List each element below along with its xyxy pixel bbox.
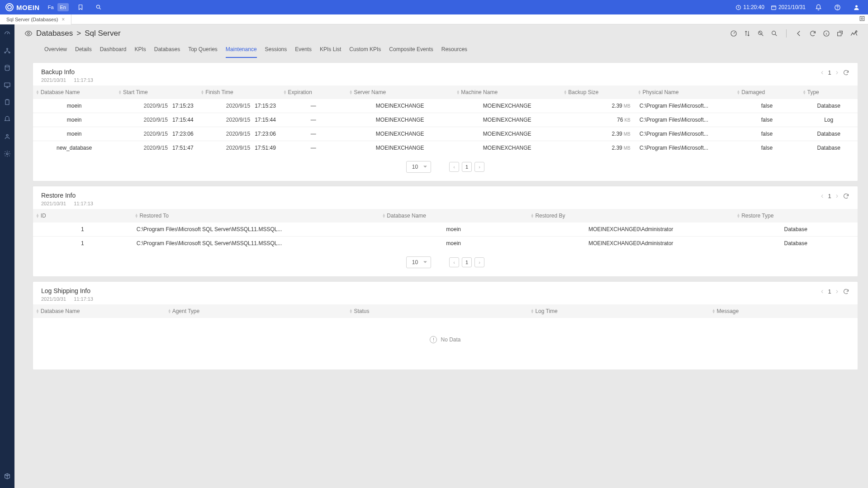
col-header[interactable]: ▲▼ Restored By	[528, 209, 734, 223]
back-icon[interactable]	[795, 29, 803, 38]
sidebar-dashboard-icon[interactable]	[0, 28, 14, 39]
filter-off-icon[interactable]	[757, 30, 764, 37]
tab-overview[interactable]: Overview	[44, 43, 67, 58]
pager-page-1[interactable]: 1	[462, 257, 472, 267]
col-header[interactable]: ▲▼ Start Time	[115, 85, 198, 99]
table-row[interactable]: moein 2020/9/1517:23:06 2020/9/1517:23:0…	[33, 127, 858, 141]
refresh-icon[interactable]	[843, 69, 849, 76]
panel-backup-info: Backup Info 2021/10/31 11:17:13 ‹ 1 › ▲▼…	[33, 62, 858, 181]
help-icon[interactable]	[831, 1, 844, 14]
gauge-icon[interactable]	[730, 30, 737, 37]
panel-next-icon[interactable]: ›	[836, 287, 838, 295]
svg-rect-2	[772, 5, 776, 9]
tab-resources[interactable]: Resources	[441, 43, 467, 58]
panel-prev-icon[interactable]: ‹	[821, 287, 823, 295]
tab-events[interactable]: Events	[295, 43, 312, 58]
col-header[interactable]: ▲▼ Agent Type	[165, 304, 346, 318]
col-header[interactable]: ▲▼ Finish Time	[198, 85, 280, 99]
fullscreen-icon[interactable]	[859, 15, 865, 22]
page-size-select[interactable]: 10	[406, 256, 431, 268]
panel-prev-icon[interactable]: ‹	[821, 68, 823, 76]
backup-panel-page: 1	[828, 69, 831, 76]
brand-logo[interactable]: MOEIN	[5, 3, 40, 11]
sidebar-topology-icon[interactable]	[0, 45, 14, 56]
bell-icon[interactable]	[812, 1, 825, 14]
tab-databases[interactable]: Databases	[154, 43, 180, 58]
table-row[interactable]: moein 2020/9/1517:15:23 2020/9/1517:15:2…	[33, 99, 858, 113]
restore-time: 11:17:13	[74, 201, 93, 206]
col-header[interactable]: ▲▼ Database Name	[379, 209, 528, 223]
col-header[interactable]: ▲▼ ID	[33, 209, 132, 223]
info-icon[interactable]	[823, 30, 830, 37]
col-header[interactable]: ▲▼ Type	[800, 85, 858, 99]
col-header[interactable]: ▲▼ Machine Name	[454, 85, 561, 99]
refresh-icon[interactable]	[843, 193, 849, 199]
col-header[interactable]: ▲▼ Log Time	[528, 304, 709, 318]
sidebar-cube-icon[interactable]	[0, 471, 14, 482]
col-header[interactable]: ▲▼ Physical Name	[635, 85, 734, 99]
chart-settings-icon[interactable]	[850, 29, 858, 38]
col-header[interactable]: ▲▼ Database Name	[33, 304, 165, 318]
col-header[interactable]: ▲▼ Status	[346, 304, 528, 318]
pager-next[interactable]: ›	[474, 257, 484, 267]
col-header[interactable]: ▲▼ Restored To	[132, 209, 379, 223]
tab-sessions[interactable]: Sessions	[265, 43, 287, 58]
svg-point-4	[837, 9, 838, 9]
sidebar-alerts-icon[interactable]	[0, 114, 14, 125]
col-header[interactable]: ▲▼ Server Name	[346, 85, 454, 99]
tab-kpis[interactable]: KPIs	[134, 43, 146, 58]
tab-composite-events[interactable]: Composite Events	[389, 43, 433, 58]
bookmark-icon[interactable]	[74, 1, 87, 14]
table-row[interactable]: moein 2020/9/1517:15:44 2020/9/1517:15:4…	[33, 113, 858, 127]
backup-time: 11:17:13	[74, 77, 93, 83]
col-header[interactable]: ▲▼ Damaged	[734, 85, 800, 99]
tab-dashboard[interactable]: Dashboard	[100, 43, 127, 58]
user-icon[interactable]	[850, 1, 863, 14]
pager-next[interactable]: ›	[474, 162, 484, 172]
sort-icon[interactable]	[744, 30, 751, 37]
refresh-icon[interactable]	[843, 288, 849, 295]
table-row[interactable]: 1 C:\Program Files\Microsoft SQL Server\…	[33, 237, 858, 251]
page-size-select[interactable]: 10	[406, 161, 431, 173]
col-header[interactable]: ▲▼ Backup Size	[561, 85, 635, 99]
lang-fa[interactable]: Fa	[45, 3, 57, 11]
sidebar-monitor-icon[interactable]	[0, 80, 14, 90]
sidebar-users-icon[interactable]	[0, 131, 14, 142]
pager-prev[interactable]: ‹	[449, 162, 459, 172]
tab-kpis-list[interactable]: KPIs List	[320, 43, 341, 58]
lang-en[interactable]: En	[57, 3, 69, 11]
panel-prev-icon[interactable]: ‹	[821, 192, 823, 200]
panel-next-icon[interactable]: ›	[836, 68, 838, 76]
logship-title: Log Shipping Info	[41, 287, 100, 294]
col-header[interactable]: ▲▼ Message	[709, 304, 858, 318]
table-row[interactable]: 1 C:\Program Files\Microsoft SQL Server\…	[33, 223, 858, 237]
pager-prev[interactable]: ‹	[449, 257, 459, 267]
crumb-databases[interactable]: Databases	[36, 29, 73, 38]
table-row[interactable]: new_database 2020/9/1517:51:47 2020/9/15…	[33, 141, 858, 155]
pager-page-1[interactable]: 1	[462, 162, 472, 172]
sidebar-settings-icon[interactable]	[0, 148, 14, 159]
tab-custom-kpis[interactable]: Custom KPIs	[349, 43, 381, 58]
content-area: Databases > Sql Server Overvie	[14, 24, 868, 488]
col-header[interactable]: ▲▼ Expiration	[280, 85, 346, 99]
search-page-icon[interactable]	[771, 30, 778, 37]
close-icon[interactable]: ×	[62, 16, 65, 23]
tab-sqlserver-databases[interactable]: Sql Server (Databases) ×	[0, 14, 71, 24]
popout-icon[interactable]	[836, 30, 844, 37]
tab-top-queries[interactable]: Top Queries	[188, 43, 218, 58]
restore-date: 2021/10/31	[41, 201, 66, 206]
tab-details[interactable]: Details	[75, 43, 92, 58]
svg-point-14	[6, 153, 8, 155]
panel-next-icon[interactable]: ›	[836, 192, 838, 200]
restore-table: ▲▼ ID▲▼ Restored To▲▼ Database Name▲▼ Re…	[33, 209, 858, 250]
subtab-bar: OverviewDetailsDashboardKPIsDatabasesTop…	[24, 38, 858, 58]
tab-maintenance[interactable]: Maintenance	[226, 43, 257, 58]
search-icon[interactable]	[92, 1, 105, 14]
sidebar-database-icon[interactable]	[0, 62, 14, 73]
refresh-page-icon[interactable]	[809, 30, 816, 37]
sidebar-clipboard-icon[interactable]	[0, 97, 14, 108]
col-header[interactable]: ▲▼ Restore Type	[734, 209, 858, 223]
header-right: 11:20:40 2021/10/31	[735, 1, 863, 14]
col-header[interactable]: ▲▼ Database Name	[33, 85, 115, 99]
panel-restore-info: Restore Info 2021/10/31 11:17:13 ‹ 1 › ▲…	[33, 186, 858, 277]
